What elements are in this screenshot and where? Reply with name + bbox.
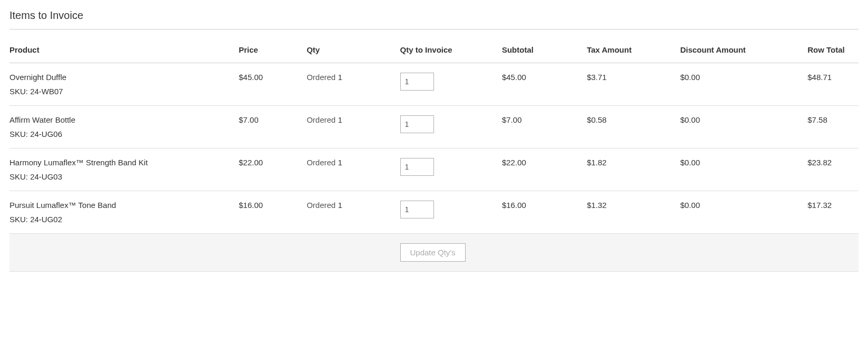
product-sku: SKU: 24-UG06 — [9, 130, 233, 138]
cell-qty: Ordered 1 — [307, 148, 400, 191]
cell-qty: Ordered 1 — [307, 63, 400, 106]
product-sku: SKU: 24-WB07 — [9, 87, 233, 96]
product-name: Overnight Duffle — [9, 73, 233, 82]
col-header-subtotal: Subtotal — [502, 37, 587, 63]
qty-to-invoice-input[interactable] — [400, 158, 434, 176]
cell-row-total: $17.32 — [807, 191, 859, 234]
cell-price: $45.00 — [239, 63, 307, 106]
cell-tax: $1.32 — [587, 191, 680, 234]
col-header-row-total: Row Total — [807, 37, 859, 63]
product-name: Harmony Lumaflex™ Strength Band Kit — [9, 158, 233, 167]
col-header-qty-to-invoice: Qty to Invoice — [400, 37, 502, 63]
update-qtys-button[interactable]: Update Qty's — [400, 243, 466, 262]
col-header-discount-amount: Discount Amount — [680, 37, 807, 63]
product-name: Affirm Water Bottle — [9, 115, 233, 124]
cell-row-total: $23.82 — [807, 148, 859, 191]
col-header-tax-amount: Tax Amount — [587, 37, 680, 63]
product-sku: SKU: 24-UG03 — [9, 172, 233, 181]
cell-subtotal: $16.00 — [502, 191, 587, 234]
section-title: Items to Invoice — [9, 9, 859, 29]
cell-price: $16.00 — [239, 191, 307, 234]
cell-row-total: $7.58 — [807, 106, 859, 148]
cell-discount: $0.00 — [680, 63, 807, 106]
cell-price: $7.00 — [239, 106, 307, 148]
table-footer-row: Update Qty's — [9, 234, 859, 272]
table-row: Overnight Duffle SKU: 24-WB07 $45.00 Ord… — [9, 63, 859, 106]
table-row: Pursuit Lumaflex™ Tone Band SKU: 24-UG02… — [9, 191, 859, 234]
cell-price: $22.00 — [239, 148, 307, 191]
cell-subtotal: $22.00 — [502, 148, 587, 191]
table-row: Affirm Water Bottle SKU: 24-UG06 $7.00 O… — [9, 106, 859, 148]
cell-row-total: $48.71 — [807, 63, 859, 106]
product-sku: SKU: 24-UG02 — [9, 215, 233, 224]
cell-discount: $0.00 — [680, 191, 807, 234]
cell-qty: Ordered 1 — [307, 106, 400, 148]
col-header-qty: Qty — [307, 37, 400, 63]
table-row: Harmony Lumaflex™ Strength Band Kit SKU:… — [9, 148, 859, 191]
qty-to-invoice-input[interactable] — [400, 115, 434, 133]
cell-qty: Ordered 1 — [307, 191, 400, 234]
cell-subtotal: $45.00 — [502, 63, 587, 106]
product-name: Pursuit Lumaflex™ Tone Band — [9, 201, 233, 210]
qty-to-invoice-input[interactable] — [400, 201, 434, 218]
col-header-price: Price — [239, 37, 307, 63]
col-header-product: Product — [9, 37, 239, 63]
cell-discount: $0.00 — [680, 106, 807, 148]
qty-to-invoice-input[interactable] — [400, 73, 434, 91]
cell-discount: $0.00 — [680, 148, 807, 191]
cell-tax: $0.58 — [587, 106, 680, 148]
cell-tax: $3.71 — [587, 63, 680, 106]
invoice-items-table: Product Price Qty Qty to Invoice Subtota… — [9, 37, 859, 272]
cell-tax: $1.82 — [587, 148, 680, 191]
cell-subtotal: $7.00 — [502, 106, 587, 148]
